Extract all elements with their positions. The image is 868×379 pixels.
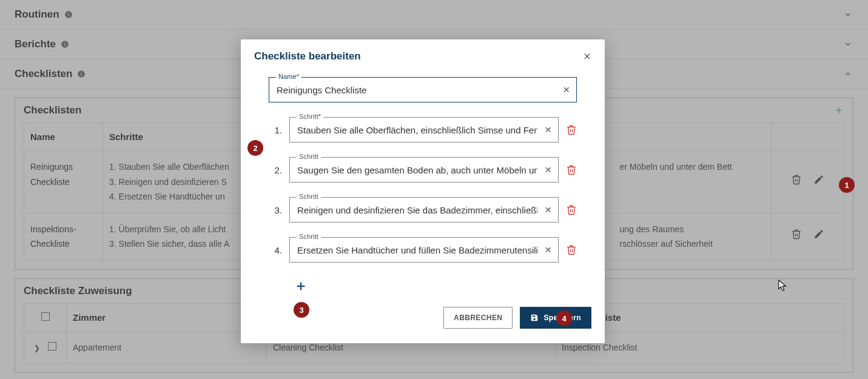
dialog-title: Checkliste bearbeiten <box>254 50 361 62</box>
delete-step-icon[interactable] <box>566 204 577 215</box>
step-field: Schritt ✕ <box>289 157 559 183</box>
step-input[interactable] <box>289 117 559 143</box>
edit-checklist-dialog: Checkliste bearbeiten Name* ✕ 1. Schritt… <box>241 39 605 343</box>
delete-step-icon[interactable] <box>566 244 577 255</box>
help-badge-1: 1 <box>839 177 855 193</box>
step-number: 3. <box>271 205 282 215</box>
clear-icon[interactable]: ✕ <box>543 164 554 175</box>
name-label: Name* <box>276 73 301 80</box>
step-label: Schritt <box>297 193 321 200</box>
help-badge-3: 3 <box>294 302 309 318</box>
name-field: Name* ✕ <box>269 77 577 102</box>
step-field: Schritt ✕ <box>289 237 559 263</box>
clear-icon[interactable]: ✕ <box>543 244 554 255</box>
clear-icon[interactable]: ✕ <box>543 124 554 135</box>
step-label: Schritt <box>297 233 321 240</box>
close-icon[interactable] <box>583 52 591 61</box>
step-label: Schritt* <box>297 113 323 120</box>
name-input[interactable] <box>269 77 577 102</box>
step-input[interactable] <box>289 237 559 263</box>
save-icon <box>530 314 539 322</box>
step-number: 2. <box>271 165 282 175</box>
step-number: 1. <box>271 125 282 135</box>
mouse-cursor-icon <box>778 279 789 292</box>
cancel-button[interactable]: ABBRECHEN <box>443 307 513 329</box>
step-number: 4. <box>271 245 282 255</box>
step-input[interactable] <box>289 197 559 223</box>
step-field: Schritt ✕ <box>289 197 559 223</box>
help-badge-2: 2 <box>247 140 263 156</box>
step-label: Schritt <box>297 153 321 160</box>
clear-icon[interactable]: ✕ <box>561 84 572 95</box>
delete-step-icon[interactable] <box>566 164 577 175</box>
delete-step-icon[interactable] <box>566 124 577 135</box>
help-badge-4: 4 <box>556 310 572 326</box>
step-field: Schritt* ✕ <box>289 117 559 143</box>
add-step-button[interactable] <box>294 280 308 293</box>
clear-icon[interactable]: ✕ <box>543 204 554 215</box>
step-input[interactable] <box>289 157 559 183</box>
